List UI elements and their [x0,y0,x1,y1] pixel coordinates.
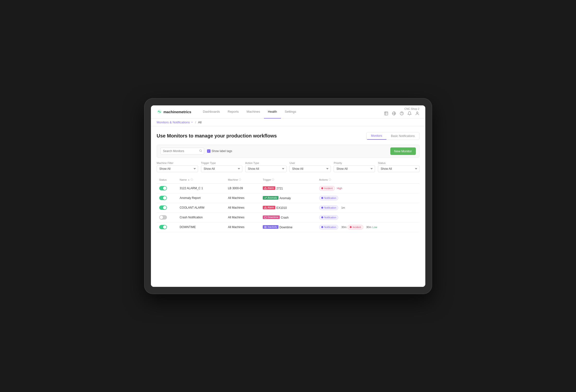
svg-point-3 [417,112,418,113]
filter-status-select[interactable]: Show All [378,165,419,172]
user-icon[interactable] [415,111,419,116]
help-icon[interactable] [400,111,404,116]
filter-status-label: Status [378,161,419,164]
show-label-tags[interactable]: ✓ Show label tags [207,149,232,153]
trigger-badge: Downtime [263,215,280,219]
nav-links: Dashboards Reports Machines Health Setti… [199,105,384,118]
action-badge: Incident [319,186,335,191]
filter-machine-select[interactable]: Show All [157,165,198,172]
monitor-table: Status Name ▲ ⓘ Machine [157,176,419,232]
shop-label: CNC Shop 2 [404,107,419,110]
filter-action-select[interactable]: Show All [245,165,287,172]
logo-text: machinemetrics [164,110,191,114]
nav-machines[interactable]: Machines [243,105,264,119]
monitor-name: 3122 ALARM_C 1 [177,183,225,193]
trigger-badge: Anomaly [263,196,279,200]
monitor-name: COOLANT ALARM [177,203,225,212]
monitor-actions: IncidentHigh [317,183,419,193]
new-monitor-button[interactable]: New Monitor [390,147,416,155]
filter-trigger-select[interactable]: Show All [201,165,242,172]
monitor-actions: Notification [317,212,419,222]
nav-settings[interactable]: Settings [281,105,300,119]
filter-user: User Show All [289,161,331,172]
nav-health[interactable]: Health [264,105,281,119]
breadcrumb: Monitors & Notifications / All [151,119,425,126]
logo[interactable]: machinemetrics [157,109,191,114]
action-badge: Notification [319,225,338,230]
table-row: 3122 ALARM_C 1LB 3000-09 Alarm2721 Incid… [157,183,419,193]
monitor-trigger: InactivityDowntime [260,222,317,232]
breadcrumb-link[interactable]: Monitors & Notifications [157,120,194,124]
monitor-trigger: AlarmEX1010 [260,203,317,212]
status-cell [157,193,177,203]
table-row: Crash NotificationAll Machines DowntimeC… [157,212,419,222]
main-nav: machinemetrics Dashboards Reports Machin… [151,105,425,119]
monitor-trigger: Alarm2721 [260,183,317,193]
monitor-machine: LB 3000-09 [226,183,260,193]
col-status: Status [157,176,177,183]
status-toggle[interactable] [159,186,167,190]
status-cell [157,222,177,232]
main-content: Use Monitors to manage your production w… [151,126,425,287]
name-sort-icon: ▲ [188,178,190,181]
col-machine[interactable]: Machine ⓘ [226,176,260,183]
trigger-badge: Inactivity [263,225,279,229]
filter-machine-label: Machine Filter [157,161,198,164]
status-toggle[interactable] [159,215,167,220]
status-toggle[interactable] [159,196,167,200]
nav-dashboards[interactable]: Dashboards [199,105,224,119]
status-toggle[interactable] [159,206,167,210]
monitor-actions: Notification [317,193,419,203]
trigger-info-icon: ⓘ [272,178,274,182]
status-cell [157,203,177,212]
monitor-machine: All Machines [226,203,260,212]
svg-point-7 [321,187,323,189]
trigger-badge: Alarm [263,206,275,209]
svg-point-11 [321,207,323,209]
globe-icon[interactable] [392,111,396,116]
checkbox-icon: ✓ [207,149,210,153]
actions-info-icon: ⓘ [329,178,331,182]
machine-info-icon: ⓘ [239,178,241,182]
filter-priority: Priority Show All [334,161,375,172]
action-badge: Incident [347,225,363,230]
filter-user-select[interactable]: Show All [289,165,331,172]
search-input[interactable] [160,148,204,155]
svg-point-4 [200,150,202,152]
status-cell [157,183,177,193]
search-wrap [160,148,204,155]
monitor-machine: All Machines [226,212,260,222]
filter-trigger: Trigger Type Show All [201,161,242,172]
toolbar-left: ✓ Show label tags [160,148,232,155]
svg-point-15 [321,226,323,228]
filter-action-label: Action Type [245,161,287,164]
breadcrumb-current: All [198,120,202,124]
monitor-machine: All Machines [226,222,260,232]
search-icon [199,149,202,153]
filter-user-label: User [289,161,331,164]
trigger-badge: Alarm [263,186,275,190]
status-cell [157,212,177,222]
tab-basic-notifications[interactable]: Basic Notifications [386,132,419,140]
monitor-trigger: AnomalyAnomaly [260,193,317,203]
breadcrumb-separator: / [195,120,196,124]
monitor-name: DOWNTIME [177,222,225,232]
svg-point-2 [400,112,403,115]
tab-monitors[interactable]: Monitors [367,132,386,140]
filters-row: Machine Filter Show All Trigger Type Sho… [157,161,419,172]
nav-reports[interactable]: Reports [224,105,243,119]
col-actions[interactable]: Actions ⓘ [317,176,419,183]
col-trigger[interactable]: Trigger ⓘ [260,176,317,183]
filter-priority-select[interactable]: Show All [334,165,375,172]
col-name[interactable]: Name ▲ ⓘ [177,176,225,183]
compare-icon[interactable] [384,111,388,116]
action-badge: Notification [319,196,338,200]
monitor-name: Anomaly Report [177,193,225,203]
bell-icon[interactable] [407,111,412,116]
filter-status: Status Show All [378,161,419,172]
filter-trigger-label: Trigger Type [201,161,242,164]
table-row: COOLANT ALARMAll Machines AlarmEX1010 No… [157,203,419,212]
status-toggle[interactable] [159,225,167,229]
table-row: DOWNTIMEAll Machines InactivityDowntime … [157,222,419,232]
tab-group: Monitors Basic Notifications [366,132,419,140]
